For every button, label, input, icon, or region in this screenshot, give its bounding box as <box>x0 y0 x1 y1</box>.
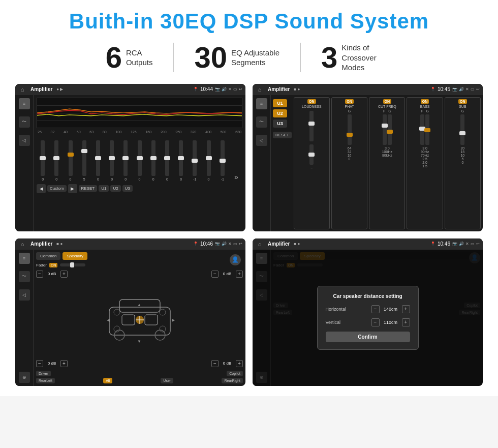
u1-button-2[interactable]: U1 <box>273 99 287 107</box>
slider-thumb-6[interactable] <box>109 156 115 160</box>
expand-btn[interactable]: » <box>230 173 242 181</box>
u2-button-1[interactable]: U2 <box>110 185 120 192</box>
sub-thumb[interactable] <box>459 131 465 135</box>
eq-icon[interactable]: ≡ <box>19 98 30 109</box>
reset-button-1[interactable]: RESET <box>79 185 98 192</box>
slider-track-14[interactable] <box>221 140 225 176</box>
confirm-button[interactable]: Confirm <box>326 332 410 342</box>
wave-icon[interactable]: 〜 <box>19 116 30 128</box>
slider-track-9[interactable] <box>151 140 155 176</box>
cutfreq-thumb-g[interactable] <box>387 130 393 134</box>
cutfreq-on[interactable]: ON <box>383 99 392 104</box>
slider-thumb-7[interactable] <box>122 156 129 160</box>
home-icon-2[interactable]: ⌂ <box>256 86 264 93</box>
cutfreq-thumb-f[interactable] <box>382 124 388 128</box>
db-minus-bl[interactable]: − <box>36 360 43 367</box>
vertical-minus[interactable]: − <box>371 318 380 326</box>
phat-thumb[interactable] <box>347 133 353 137</box>
slider-thumb-14[interactable] <box>220 159 226 163</box>
db-plus-tl[interactable]: + <box>60 271 68 278</box>
horizontal-minus[interactable]: − <box>371 305 380 313</box>
slider-thumb-12[interactable] <box>192 159 198 163</box>
speaker-icon[interactable]: ◁ <box>19 135 30 146</box>
slider-thumb-11[interactable] <box>178 156 184 160</box>
db-plus-br[interactable]: + <box>236 360 243 367</box>
specialty-tab-3[interactable]: Specialty <box>63 252 87 260</box>
slider-track-5[interactable] <box>96 140 100 176</box>
eq-icon-3[interactable]: ≡ <box>19 253 30 264</box>
bass-slider-f[interactable] <box>420 114 424 145</box>
slider-thumb-4[interactable] <box>81 149 87 153</box>
home-icon-1[interactable]: ⌂ <box>18 86 26 93</box>
eq-icon-2[interactable]: ≡ <box>256 98 267 109</box>
slider-track-8[interactable] <box>138 140 142 176</box>
db-minus-tl[interactable]: − <box>36 271 43 278</box>
bass-thumb-g[interactable] <box>424 128 430 132</box>
db-minus-br[interactable]: − <box>211 360 219 367</box>
slider-thumb-10[interactable] <box>164 156 170 160</box>
expand-icon-3[interactable]: ⊕ <box>19 372 30 383</box>
vertical-plus[interactable]: + <box>402 318 410 326</box>
expand-icon[interactable]: » <box>234 173 238 181</box>
phat-on[interactable]: ON <box>345 99 354 104</box>
loudness-thumb[interactable] <box>308 122 315 126</box>
bass-on[interactable]: ON <box>421 99 429 104</box>
db-plus-bl[interactable]: + <box>60 360 68 367</box>
slider-thumb-8[interactable] <box>137 156 143 160</box>
person-icon-3[interactable]: 👤 <box>230 254 241 265</box>
loudness-on[interactable]: ON <box>307 99 316 104</box>
u2-button-2[interactable]: U2 <box>273 109 287 117</box>
prev-button[interactable]: ◀ <box>37 184 46 193</box>
slider-thumb-9[interactable] <box>150 156 157 160</box>
loudness-slider-2[interactable] <box>309 144 314 165</box>
loudness-thumb-2[interactable] <box>308 153 315 157</box>
slider-thumb-5[interactable] <box>95 156 101 160</box>
home-icon-3[interactable]: ⌂ <box>18 241 26 248</box>
vol-icon-3[interactable]: ◁ <box>19 289 30 301</box>
slider-track-1[interactable] <box>41 140 45 176</box>
db-minus-tr[interactable]: − <box>211 271 219 278</box>
custom-button[interactable]: Custom <box>47 185 67 192</box>
slider-track-12[interactable] <box>193 140 197 176</box>
sub-on[interactable]: ON <box>458 99 467 104</box>
slider-track-10[interactable] <box>165 140 169 176</box>
phat-slider[interactable] <box>348 114 352 145</box>
u1-button-1[interactable]: U1 <box>99 185 109 192</box>
slider-track-4[interactable] <box>82 140 86 176</box>
u3-button-1[interactable]: U3 <box>122 185 133 192</box>
fader-slider[interactable] <box>60 263 85 266</box>
slider-thumb-1[interactable] <box>40 156 46 160</box>
cutfreq-slider-f[interactable] <box>383 114 387 145</box>
driver-btn-3[interactable]: Driver <box>36 371 51 376</box>
u3-button-2[interactable]: U3 <box>273 120 287 128</box>
reset-button-2[interactable]: RESET <box>273 132 292 138</box>
slider-track-2[interactable] <box>54 140 58 176</box>
rearleft-btn-3[interactable]: RearLeft <box>36 378 55 383</box>
fader-thumb[interactable] <box>70 262 74 267</box>
next-button[interactable]: ▶ <box>68 184 77 193</box>
home-icon-4[interactable]: ⌂ <box>256 241 264 248</box>
slider-track-3[interactable] <box>69 140 73 176</box>
slider-track-6[interactable] <box>110 140 114 176</box>
horizontal-plus[interactable]: + <box>402 305 410 313</box>
rearright-btn-3[interactable]: RearRight <box>222 378 243 383</box>
bass-slider-g[interactable] <box>425 114 429 145</box>
loudness-slider[interactable] <box>309 111 314 141</box>
wave-icon-3[interactable]: 〜 <box>19 271 30 282</box>
cutfreq-slider-g[interactable] <box>388 114 392 145</box>
fader-on-3[interactable]: ON <box>49 263 58 267</box>
slider-thumb-13[interactable] <box>206 156 212 160</box>
slider-track-13[interactable] <box>207 140 211 176</box>
slider-thumb-2[interactable] <box>53 156 59 160</box>
slider-track-11[interactable] <box>179 140 183 176</box>
sub-slider[interactable] <box>460 114 464 145</box>
all-btn-3[interactable]: All <box>103 378 112 383</box>
slider-thumb-3[interactable] <box>68 153 74 157</box>
wave-icon-2[interactable]: 〜 <box>256 116 267 128</box>
common-tab-3[interactable]: Common <box>36 252 60 260</box>
slider-track-7[interactable] <box>123 140 128 176</box>
speaker-icon-2[interactable]: ◁ <box>256 135 267 146</box>
user-btn-3[interactable]: User <box>161 378 173 383</box>
copilot-btn-3[interactable]: Copilot <box>227 371 243 376</box>
db-plus-tr[interactable]: + <box>236 271 243 278</box>
